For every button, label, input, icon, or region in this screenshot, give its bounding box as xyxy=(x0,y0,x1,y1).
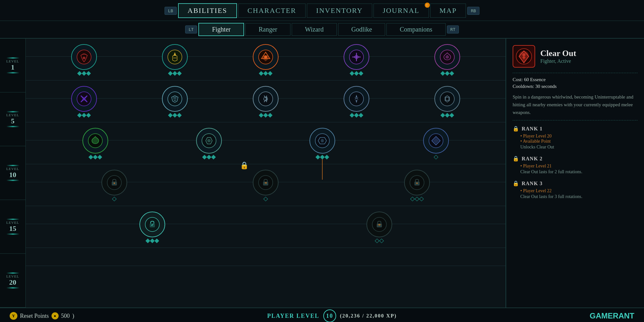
ability-cell xyxy=(129,86,220,117)
ability-dots xyxy=(260,72,272,75)
rank-2-title: RANK 2 xyxy=(522,156,543,162)
subtab-ranger[interactable]: Ranger xyxy=(245,23,290,36)
grid-row-level5 xyxy=(26,80,506,122)
dot xyxy=(354,71,359,75)
lb-button[interactable]: LB xyxy=(165,7,177,15)
svg-point-1 xyxy=(83,57,85,59)
subtab-companions[interactable]: Companions xyxy=(386,23,445,36)
dot xyxy=(263,196,268,201)
dot xyxy=(359,113,363,117)
dot xyxy=(86,71,91,75)
level-num-10: 10 xyxy=(9,171,16,179)
abilities-grid: 🔒 xyxy=(26,39,506,308)
svg-point-2 xyxy=(168,50,182,64)
ability-icon-4-3[interactable] xyxy=(404,170,430,195)
dot xyxy=(259,113,263,117)
ability-cell xyxy=(379,128,493,159)
dot xyxy=(445,113,450,117)
level-panel: LEVEL 1 LEVEL 5 LEVEL 10 LEVEL 15 LEVEL … xyxy=(0,39,26,308)
dot xyxy=(82,113,86,117)
rank-3-desc: Clear Out lasts for 3 full rotations. xyxy=(520,194,638,199)
tab-inventory[interactable]: INVENTORY xyxy=(307,4,372,18)
dot xyxy=(450,113,454,117)
dot xyxy=(77,113,82,117)
dot xyxy=(410,196,415,201)
ability-dots xyxy=(78,72,90,75)
dot xyxy=(211,155,216,159)
top-nav: LB ABILITIES CHARACTER INVENTORY JOURNAL… xyxy=(0,0,644,21)
ability-icon-1-3[interactable] xyxy=(253,44,279,70)
subtab-godlike[interactable]: Godlike xyxy=(338,23,385,36)
rt-button[interactable]: RT xyxy=(447,25,459,33)
ability-icon-2-2[interactable] xyxy=(162,86,188,112)
journal-alert: ! xyxy=(425,3,430,8)
rank-3-header: 🔒 RANK 3 xyxy=(513,180,638,186)
dot xyxy=(168,113,173,117)
ability-icon-1-1[interactable] xyxy=(71,44,97,70)
level-row-5: LEVEL 5 xyxy=(0,92,25,146)
dot xyxy=(325,155,329,159)
ability-dots xyxy=(411,197,423,201)
tab-map[interactable]: MAP xyxy=(430,4,466,18)
subtab-wizard[interactable]: Wizard xyxy=(292,23,337,36)
svg-point-32 xyxy=(522,53,526,56)
subtab-fighter[interactable]: Fighter xyxy=(198,23,244,36)
detail-title-block: Clear Out Fighter, Active xyxy=(540,49,576,64)
ability-icon-3-1[interactable] xyxy=(82,128,108,154)
ability-icon-1-5[interactable] xyxy=(434,44,460,70)
lt-button[interactable]: LT xyxy=(185,25,197,33)
dot xyxy=(259,71,263,75)
rank-1-desc: Unlocks Clear Out xyxy=(520,145,638,150)
level-deco xyxy=(6,72,19,73)
tab-abilities[interactable]: ABILITIES xyxy=(178,3,237,18)
level-deco xyxy=(6,126,19,127)
ability-icon-5-1[interactable] xyxy=(139,212,165,237)
ability-icon-5-2[interactable] xyxy=(366,212,392,237)
ability-icon-4-2[interactable] xyxy=(253,170,279,195)
ability-icon-3-4[interactable] xyxy=(423,128,449,154)
svg-rect-23 xyxy=(263,182,268,185)
tab-character[interactable]: CHARACTER xyxy=(238,4,306,18)
ability-icon-4-1[interactable] xyxy=(101,170,127,195)
y-button-icon: Y xyxy=(10,312,17,320)
grid-row-level1 xyxy=(26,39,506,80)
ability-cell xyxy=(266,212,493,242)
ability-dots xyxy=(89,156,101,159)
ability-icon-3-3[interactable] xyxy=(309,128,335,154)
ability-icon-2-3[interactable] xyxy=(253,86,279,112)
ability-cell xyxy=(190,170,341,201)
dot xyxy=(89,155,93,159)
dot xyxy=(77,71,82,75)
ability-dots xyxy=(441,114,453,117)
level-num-15: 15 xyxy=(9,224,16,233)
level-deco xyxy=(6,111,19,112)
ability-cell xyxy=(220,86,311,117)
rb-button[interactable]: RB xyxy=(467,7,479,15)
ability-cell xyxy=(39,44,129,75)
rank-1-req2: • Available Point xyxy=(520,139,638,144)
ability-icon-2-4[interactable] xyxy=(344,86,369,112)
ability-dots xyxy=(113,197,116,201)
dot xyxy=(173,113,177,117)
ability-icon-3-2[interactable] xyxy=(196,128,222,154)
level-circle: 10 xyxy=(323,309,336,322)
ability-icon-2-5[interactable] xyxy=(434,86,460,112)
dot xyxy=(202,155,207,159)
level-deco xyxy=(6,180,19,181)
ability-icon-1-2[interactable] xyxy=(162,44,188,70)
rank-1-section: 🔒 RANK 1 • Player Level 20 • Available P… xyxy=(513,126,638,150)
ability-dots xyxy=(78,114,90,117)
tab-journal[interactable]: JOURNAL ! xyxy=(374,4,429,18)
ability-dots xyxy=(434,156,438,159)
svg-point-14 xyxy=(440,92,454,106)
dot xyxy=(86,113,91,117)
ability-icon-1-4[interactable] xyxy=(344,44,369,70)
ability-cell xyxy=(402,86,493,117)
ability-icon-2-1[interactable] xyxy=(71,86,97,112)
reset-points-button[interactable]: Y Reset Points ● 500 ) xyxy=(10,312,74,320)
reset-label: Reset Points xyxy=(20,313,49,319)
dot xyxy=(450,71,454,75)
rank-1-lock-icon: 🔒 xyxy=(513,126,519,132)
dot xyxy=(350,71,354,75)
dot xyxy=(112,196,117,201)
